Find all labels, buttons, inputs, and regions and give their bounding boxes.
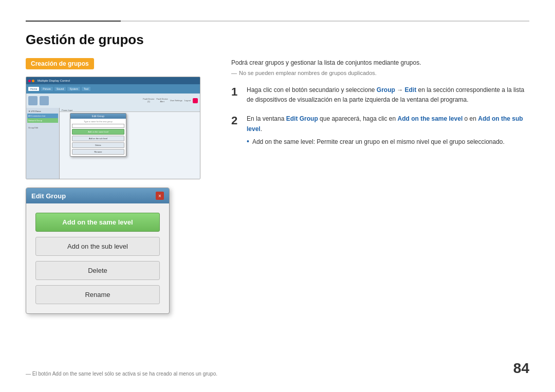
mini-main: Power Input Edit Group Type a name for t… xyxy=(60,108,200,179)
step-2-or: o en xyxy=(462,115,478,122)
footer-link: Add on the same level xyxy=(52,371,103,377)
step-2-number: 2 xyxy=(231,114,242,127)
top-rule xyxy=(26,21,529,22)
mini-user-settings: User Settings xyxy=(170,100,182,102)
mini-dialog-desc: Type a name for the new group xyxy=(72,120,124,123)
page-container: Gestión de grupos Creación de grupos Mul… xyxy=(0,0,555,392)
footer-prefix: — El botón xyxy=(26,371,52,377)
delete-button[interactable]: Delete xyxy=(35,261,160,280)
step-2-end: . xyxy=(261,125,262,133)
step-1-text: Haga clic con el botón secundario y sele… xyxy=(247,85,529,105)
step-2-link2: Add on the same level xyxy=(398,115,463,122)
note-dash: — xyxy=(231,70,237,76)
mini-add-same: Add on the same level xyxy=(72,129,124,135)
mini-sidebar-network: Network Group xyxy=(27,118,58,123)
mini-group-label: Group Edit xyxy=(27,126,58,129)
mini-toolbar: Fault Device(1) Fault DeviceAlert User S… xyxy=(26,94,200,108)
step-1-link1: Group xyxy=(377,86,395,94)
step-2-text: En la ventana Edit Group que aparecerá, … xyxy=(247,114,529,134)
mini-rename: Rename xyxy=(72,149,124,155)
intro-note: — No se pueden emplear nombres de grupos… xyxy=(231,70,529,76)
edit-group-dialog: Edit Group × Add on the same level Add o… xyxy=(26,188,170,314)
rename-button[interactable]: Rename xyxy=(35,285,160,304)
mini-sidebar: ▼ LFD Divice All Connection List Network… xyxy=(26,108,60,179)
step-1-link2: Edit xyxy=(405,86,417,94)
mini-table-header: Power Input xyxy=(60,108,200,112)
step-1-arrow: → xyxy=(395,86,405,94)
dialog-close-button[interactable]: × xyxy=(156,192,164,200)
add-same-level-button[interactable]: Add on the same level xyxy=(35,213,160,232)
step-2-content: En la ventana Edit Group que aparecerá, … xyxy=(247,114,529,146)
step-2: 2 En la ventana Edit Group que aparecerá… xyxy=(231,114,529,146)
dialog-titlebar: Edit Group × xyxy=(26,188,169,203)
mini-sidebar-lfd: ▼ LFD Divice xyxy=(27,109,58,114)
left-panel: Creación de grupos Multiple Display Cont… xyxy=(26,58,211,368)
right-panel: Podrá crear grupos y gestionar la lista … xyxy=(226,58,529,368)
mini-min-dot xyxy=(32,80,34,82)
step-1-number: 1 xyxy=(231,85,242,99)
step-1-before: Haga clic con el botón secundario y sele… xyxy=(247,86,377,94)
page-title: Gestión de grupos xyxy=(26,32,529,48)
section-badge: Creación de grupos xyxy=(26,58,94,69)
mini-logout: Logout xyxy=(184,100,191,102)
mini-icon-3 xyxy=(193,98,198,103)
mini-fault-label: Fault Device(1) xyxy=(143,98,154,103)
bullet-item: • Add on the same level: Permite crear u… xyxy=(247,137,529,146)
mini-nav-tool: Tool xyxy=(82,87,90,91)
mini-nav-sound: Sound xyxy=(54,87,66,91)
mini-nav-home: Home xyxy=(28,87,39,91)
mini-nav: Home Picture Sound System Tool xyxy=(26,84,200,94)
page-number: 84 xyxy=(513,360,529,377)
mini-add-sub: Add on the sub level xyxy=(72,136,124,141)
bullet-suffix: : Permite crear un grupo en el mismo niv… xyxy=(313,138,505,145)
bullet-link: Add on the same level xyxy=(252,138,313,145)
rule-dark xyxy=(26,21,121,22)
add-sub-level-button[interactable]: Add on the sub level xyxy=(35,237,160,256)
bullet-dot: • xyxy=(247,137,249,146)
mini-dialog-body: Type a name for the new group Add on the… xyxy=(70,119,126,156)
mini-edit-dialog: Edit Group Type a name for the new group… xyxy=(70,113,126,157)
content-area: Creación de grupos Multiple Display Cont… xyxy=(26,58,529,368)
step-2-before: En la ventana xyxy=(247,115,286,122)
mini-dialog-title: Edit Group xyxy=(70,114,126,119)
step-1: 1 Haga clic con el botón secundario y se… xyxy=(231,85,529,105)
step-2-middle: que aparecerá, haga clic en xyxy=(318,115,398,122)
mini-app-title: Multiple Display Control xyxy=(38,79,70,82)
rule-light xyxy=(121,21,529,22)
mini-icon-1 xyxy=(28,96,38,105)
footer-suffix: sólo se activa si se ha creado al menos … xyxy=(103,371,217,377)
intro-text: Podrá crear grupos y gestionar la lista … xyxy=(231,58,529,67)
mini-fault-alert: Fault DeviceAlert xyxy=(157,98,168,103)
mini-close-dot xyxy=(28,80,31,82)
step-2-link1: Edit Group xyxy=(286,115,318,122)
dialog-title: Edit Group xyxy=(31,192,66,200)
dialog-body: Add on the same level Add on the sub lev… xyxy=(26,203,169,313)
mini-icon-2 xyxy=(40,96,49,105)
bullet-text: Add on the same level: Permite crear un … xyxy=(252,137,505,146)
screenshot-image: Multiple Display Control Home Picture So… xyxy=(26,77,200,179)
mini-titlebar: Multiple Display Control xyxy=(26,77,200,84)
mini-delete: Delete xyxy=(72,142,124,148)
mini-nav-system: System xyxy=(67,87,80,91)
mini-nav-picture: Picture xyxy=(41,87,53,91)
mini-dialog-input xyxy=(72,124,124,128)
mini-body: ▼ LFD Divice All Connection List Network… xyxy=(26,108,200,179)
footer-note: — El botón Add on the same level sólo se… xyxy=(26,368,529,377)
mini-sidebar-conn: All Connection List xyxy=(27,114,58,118)
mini-app: Multiple Display Control Home Picture So… xyxy=(26,77,200,179)
note-text-content: No se pueden emplear nombres de grupos d… xyxy=(239,70,377,76)
